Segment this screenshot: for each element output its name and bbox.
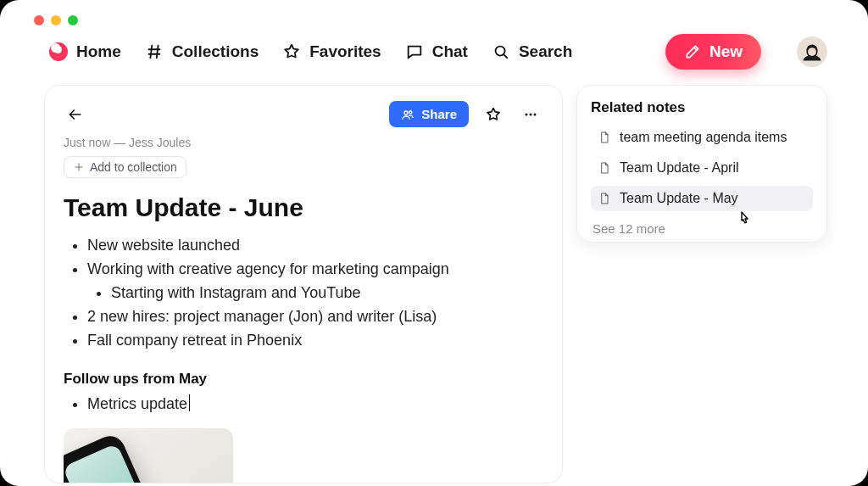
note-toolbar: Share <box>64 101 543 127</box>
app-window: Home Collections Favorites Chat Search N… <box>0 0 868 486</box>
svg-point-5 <box>526 113 528 115</box>
minimize-window-dot[interactable] <box>51 15 61 25</box>
related-note-label: Team Update - May <box>620 191 738 206</box>
nav-collections-label: Collections <box>172 42 259 61</box>
see-more-link[interactable]: See 12 more <box>591 221 813 236</box>
list-item-text: Fall company retreat in Phoenix <box>87 332 302 349</box>
share-button-label: Share <box>421 107 457 121</box>
list-item-text: Working with creative agency for marketi… <box>87 260 449 277</box>
svg-point-4 <box>409 110 412 113</box>
star-icon <box>282 42 301 61</box>
avatar-image <box>798 38 826 67</box>
more-button[interactable] <box>518 102 543 127</box>
logo-icon <box>49 42 68 61</box>
svg-point-7 <box>534 113 537 115</box>
text-caret <box>189 394 190 411</box>
nav-search[interactable]: Search <box>492 42 572 61</box>
document-icon <box>598 131 611 144</box>
content-area: Share Just now — Jess Joules Add to coll… <box>0 85 868 483</box>
edit-icon <box>684 43 701 60</box>
chat-icon <box>405 42 424 61</box>
share-people-icon <box>401 108 415 121</box>
related-note-item[interactable]: Team Update - May <box>591 186 813 211</box>
top-nav: Home Collections Favorites Chat Search N… <box>0 0 868 85</box>
note-followups[interactable]: Metrics update <box>64 393 543 416</box>
svg-point-6 <box>530 113 532 115</box>
attachment-thumbnail[interactable] <box>64 428 233 483</box>
add-to-collection-button[interactable]: Add to collection <box>64 156 186 178</box>
star-outline-icon <box>485 106 502 123</box>
document-icon <box>598 161 611 175</box>
zoom-window-dot[interactable] <box>68 15 78 25</box>
list-item[interactable]: New website launched <box>87 234 543 258</box>
nav-chat-label: Chat <box>432 42 468 61</box>
more-icon <box>522 106 539 123</box>
favorite-button[interactable] <box>481 102 506 127</box>
document-icon <box>598 192 611 205</box>
note-meta: Just now — Jess Joules <box>64 136 543 149</box>
nav-chat[interactable]: Chat <box>405 42 468 61</box>
list-item-text: Metrics update <box>87 395 187 412</box>
svg-point-3 <box>404 111 408 115</box>
hash-icon <box>145 42 164 61</box>
list-item[interactable]: 2 new hires: project manager (Jon) and w… <box>87 305 543 329</box>
add-to-collection-label: Add to collection <box>90 160 177 174</box>
related-notes-card: Related notes team meeting agenda items … <box>576 85 827 243</box>
nav-favorites[interactable]: Favorites <box>282 42 381 61</box>
related-notes-title: Related notes <box>591 99 813 116</box>
new-button-label: New <box>709 42 743 61</box>
share-button[interactable]: Share <box>389 101 469 127</box>
list-item[interactable]: Starting with Instagram and YouTube <box>111 282 543 305</box>
pointer-cursor-icon <box>735 209 755 230</box>
back-arrow-icon <box>67 106 84 123</box>
window-traffic-lights <box>34 15 78 25</box>
list-item-text: New website launched <box>87 237 240 254</box>
nav-collections[interactable]: Collections <box>145 42 259 61</box>
list-item-text: 2 new hires: project manager (Jon) and w… <box>87 308 437 325</box>
list-item[interactable]: Metrics update <box>87 393 543 416</box>
plus-icon <box>73 161 85 173</box>
list-item[interactable]: Fall company retreat in Phoenix <box>87 329 543 353</box>
related-note-label: Team Update - April <box>620 160 739 176</box>
nav-home-label: Home <box>76 42 121 61</box>
search-icon <box>492 42 510 61</box>
list-item[interactable]: Working with creative agency for marketi… <box>87 258 543 305</box>
avatar[interactable] <box>797 36 827 67</box>
note-title[interactable]: Team Update - June <box>64 193 543 222</box>
list-item-text: Starting with Instagram and YouTube <box>111 284 361 301</box>
new-button[interactable]: New <box>665 34 761 70</box>
nav-home[interactable]: Home <box>49 42 121 61</box>
nav-search-label: Search <box>519 42 572 61</box>
note-body[interactable]: New website launched Working with creati… <box>64 234 543 352</box>
note-card: Share Just now — Jess Joules Add to coll… <box>44 85 563 483</box>
back-button[interactable] <box>64 103 87 126</box>
svg-point-2 <box>808 47 816 56</box>
note-subheading[interactable]: Follow ups from May <box>64 371 543 388</box>
related-note-item[interactable]: Team Update - April <box>591 155 813 181</box>
close-window-dot[interactable] <box>34 15 44 25</box>
related-note-label: team meeting agenda items <box>620 130 787 145</box>
nav-favorites-label: Favorites <box>309 42 381 61</box>
related-note-item[interactable]: team meeting agenda items <box>591 125 813 150</box>
